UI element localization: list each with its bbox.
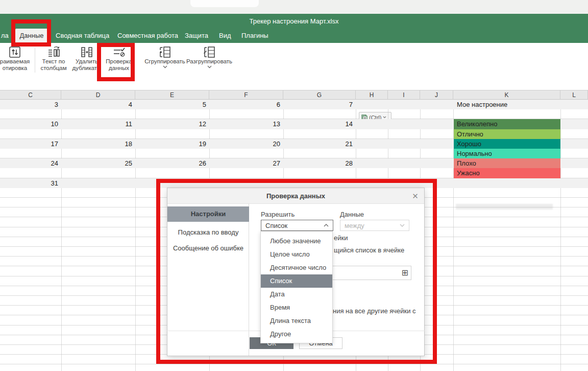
cell-K-r3[interactable]: Отлично xyxy=(454,129,560,139)
text-to-columns-button[interactable]: Текст по столбцам xyxy=(37,45,70,76)
cell-G-r0[interactable]: 7 xyxy=(283,100,353,109)
group-icon xyxy=(158,45,172,58)
column-header-K[interactable]: K xyxy=(453,90,560,100)
cell-G-r4[interactable]: 21 xyxy=(283,139,353,149)
ungroup-icon xyxy=(203,45,216,58)
cell-G-r6[interactable]: 28 xyxy=(283,158,353,168)
cell-K-r4[interactable]: Хорошо xyxy=(454,139,560,149)
custom-sort-button[interactable]: раиваемая отировка xyxy=(0,45,32,76)
cell-E-r6[interactable]: 26 xyxy=(135,158,206,168)
column-header-D[interactable]: D xyxy=(61,90,135,100)
tab-collaboration[interactable]: Совместная работа xyxy=(117,29,178,43)
browser-tab-ghost xyxy=(190,0,259,7)
tab-view[interactable]: Вид xyxy=(219,29,231,43)
group-button[interactable]: Сгруппировать xyxy=(145,45,185,76)
cell-G-r2[interactable]: 14 xyxy=(283,119,353,129)
column-header-E[interactable]: E xyxy=(135,90,209,100)
chevron-down-icon xyxy=(383,116,386,119)
cell-D-r0[interactable]: 4 xyxy=(61,100,132,109)
cell-E-r0[interactable]: 5 xyxy=(135,100,206,109)
cell-K-r7[interactable]: Ужасно xyxy=(454,168,560,178)
tab-formula-cut[interactable]: ла xyxy=(1,29,9,43)
annotation-box-dialog xyxy=(156,179,437,364)
column-header-F[interactable]: F xyxy=(209,90,283,100)
ghost-selection xyxy=(456,204,553,210)
tab-plugins[interactable]: Плагины xyxy=(241,29,268,43)
cell-D-r4[interactable]: 18 xyxy=(61,139,132,149)
column-header-G[interactable]: G xyxy=(283,90,356,100)
column-header-H[interactable]: H xyxy=(356,90,388,100)
cell-K-r0[interactable]: Мое настроение xyxy=(454,100,560,109)
document-title: Трекер настроения Март.xlsx xyxy=(250,17,339,25)
toolbar-separator xyxy=(35,48,35,73)
column-header-L[interactable]: L xyxy=(560,90,588,100)
cell-C-r4[interactable]: 17 xyxy=(0,139,58,149)
os-top-strip xyxy=(0,0,588,14)
cell-K-r6[interactable]: Плохо xyxy=(454,158,560,168)
cell-F-r2[interactable]: 13 xyxy=(209,119,280,129)
cell-C-r6[interactable]: 24 xyxy=(0,158,58,168)
cell-E-r2[interactable]: 12 xyxy=(135,119,206,129)
toolbar: раиваемая отировка Текст по столбцам xyxy=(0,43,588,90)
cell-F-r6[interactable]: 27 xyxy=(209,158,280,168)
cell-F-r0[interactable]: 6 xyxy=(209,100,280,109)
column-header-I[interactable]: I xyxy=(388,90,420,100)
column-header-C[interactable]: C xyxy=(0,90,61,100)
ungroup-button[interactable]: Разгруппировать xyxy=(187,45,232,76)
title-bar: Трекер настроения Март.xlsx xyxy=(0,14,588,29)
annotation-box-data-validation-button xyxy=(97,43,135,81)
tab-protection[interactable]: Защита xyxy=(185,29,208,43)
chevron-down-icon xyxy=(163,65,167,68)
chevron-down-icon xyxy=(207,65,212,68)
text-to-columns-icon xyxy=(47,45,60,58)
cell-D-r6[interactable]: 25 xyxy=(61,158,132,168)
custom-sort-icon xyxy=(9,45,21,58)
remove-duplicates-icon xyxy=(80,45,93,58)
column-headers: CDEFGHIJKL xyxy=(0,90,588,100)
cell-C-r8[interactable]: 31 xyxy=(0,178,58,188)
column-header-J[interactable]: J xyxy=(420,90,453,100)
annotation-box-data-tab xyxy=(11,19,51,47)
cell-K-r5[interactable]: Нормально xyxy=(454,149,560,158)
cell-F-r4[interactable]: 20 xyxy=(209,139,280,149)
cell-E-r4[interactable]: 19 xyxy=(135,139,206,149)
cell-C-r2[interactable]: 10 xyxy=(0,119,58,129)
tab-pivot-table[interactable]: Сводная таблица xyxy=(56,29,109,43)
cell-K-r2[interactable]: Великолепно xyxy=(454,119,560,129)
app-window: Трекер настроения Март.xlsx ла Данные Св… xyxy=(0,0,588,371)
menu-tab-bar: ла Данные Сводная таблица Совместная раб… xyxy=(0,29,588,43)
cell-D-r2[interactable]: 11 xyxy=(61,119,132,129)
cell-C-r0[interactable]: 3 xyxy=(0,100,58,109)
